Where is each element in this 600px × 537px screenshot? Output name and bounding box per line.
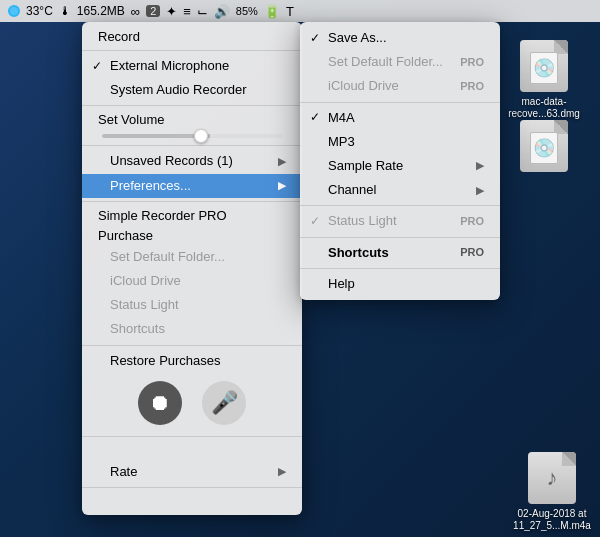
menu-item-preferences[interactable]: Preferences... ▶ (82, 174, 302, 198)
music-label: 02-Aug-2018 at 11_27_5...M.m4a (512, 508, 592, 532)
menu-separator-5 (82, 345, 302, 346)
menubar-bars-icon: ≡ (183, 4, 191, 19)
menu-item-shortcuts-main: Shortcuts (82, 317, 302, 341)
sub-menu-separator-1 (300, 102, 500, 103)
status-circle-icon (8, 5, 20, 17)
check-icon-m4a: ✓ (310, 109, 320, 126)
main-menu: Record ✓ External Microphone System Audi… (82, 22, 302, 515)
dmg-body-1: 💿 (530, 52, 558, 84)
dmg-body-2: 💿 (530, 132, 558, 164)
menu-separator-7 (82, 487, 302, 488)
volume-slider-container[interactable] (82, 130, 302, 142)
sub-menu-item-icloud-drive: iCloud Drive PRO (300, 74, 500, 98)
pro-badge-set-default-folder: PRO (460, 55, 484, 70)
menu-separator-1 (82, 50, 302, 51)
menu-item-purchase: Purchase (82, 226, 302, 245)
sub-menu-item-mp3[interactable]: MP3 (300, 130, 500, 154)
microphone-icon: 🎤 (211, 390, 238, 416)
sub-menu-item-channel[interactable]: Channel ▶ (300, 178, 500, 202)
menubar-bluetooth-icon: ✦ (166, 4, 177, 19)
arrow-icon-channel: ▶ (476, 183, 484, 198)
record-icon-button[interactable]: ⏺ (138, 381, 182, 425)
microphone-icon-button[interactable]: 🎤 (202, 381, 246, 425)
menubar-battery-icon: 🔋 (264, 4, 280, 19)
menu-separator-4 (82, 201, 302, 202)
record-icon: ⏺ (149, 390, 171, 416)
menu-bar: 33°C 🌡 165.2MB ∞ 2 ✦ ≡ ⌙ 🔊 85% 🔋 T (0, 0, 600, 22)
sub-menu-item-save-as[interactable]: ✓ Save As... (300, 26, 500, 50)
menu-item-restore-purchases[interactable]: Restore Purchases (82, 349, 302, 373)
dmg-icon-1: 💿 (520, 40, 568, 92)
menu-item-status-light-main: Status Light (82, 293, 302, 317)
menubar-temp: 33°C (26, 4, 53, 18)
menu-item-rate[interactable] (82, 440, 302, 460)
desktop-icon-dmg1[interactable]: 💿 mac-data-recove...63.dmg (504, 40, 584, 120)
sub-menu-item-shortcuts[interactable]: Shortcuts PRO (300, 241, 500, 265)
music-icon: ♪ (528, 452, 576, 504)
menubar-battery: 85% (236, 5, 258, 17)
menu-item-icloud-drive: iCloud Drive (82, 269, 302, 293)
sub-menu-separator-3 (300, 237, 500, 238)
volume-slider-track[interactable] (102, 134, 282, 138)
menu-item-unsaved-records[interactable]: Unsaved Records (1) ▶ (82, 149, 302, 173)
menubar-audio-icon: 🔊 (214, 4, 230, 19)
arrow-icon-sample-rate: ▶ (476, 158, 484, 173)
menu-item-external-mic[interactable]: ✓ External Microphone (82, 54, 302, 78)
sub-menu-preferences: ✓ Save As... Set Default Folder... PRO i… (300, 22, 500, 300)
dmg-icon-2: 💿 (520, 120, 568, 172)
menubar-t: T (286, 4, 294, 19)
sub-menu-item-m4a[interactable]: ✓ M4A (300, 106, 500, 130)
menu-item-simple-recorder-pro: Simple Recorder PRO (82, 205, 302, 226)
menu-item-set-volume: Set Volume (82, 109, 302, 130)
arrow-icon-unsaved-records: ▶ (278, 154, 286, 169)
sub-menu-item-sample-rate[interactable]: Sample Rate ▶ (300, 154, 500, 178)
menubar-loop-icon: ∞ (131, 4, 140, 19)
menubar-left: 33°C 🌡 165.2MB ∞ 2 ✦ ≡ ⌙ 🔊 85% 🔋 T (8, 4, 294, 19)
menubar-memory: 165.2MB (77, 4, 125, 18)
desktop-icon-music[interactable]: ♪ 02-Aug-2018 at 11_27_5...M.m4a (512, 452, 592, 532)
sub-menu-separator-4 (300, 268, 500, 269)
menu-item-record[interactable]: Record (82, 26, 302, 47)
sub-menu-separator-2 (300, 205, 500, 206)
music-note-icon: ♪ (547, 465, 558, 491)
sub-menu-item-status-light: ✓ Status Light PRO (300, 209, 500, 233)
desktop-icon-dmg2[interactable]: 💿 (504, 120, 584, 172)
menubar-wifi-icon: ⌙ (197, 4, 208, 19)
arrow-icon-tell-a-friend: ▶ (278, 464, 286, 479)
arrow-icon-preferences: ▶ (278, 178, 286, 193)
sub-menu-item-set-default-folder: Set Default Folder... PRO (300, 50, 500, 74)
pro-badge-status-light: PRO (460, 214, 484, 229)
menu-item-quit[interactable] (82, 491, 302, 511)
menu-separator-6 (82, 436, 302, 437)
menubar-temp-icon: 🌡 (59, 4, 71, 18)
menu-separator-3 (82, 145, 302, 146)
menu-item-set-default-folder: Set Default Folder... (82, 245, 302, 269)
check-icon-external-mic: ✓ (92, 58, 102, 75)
check-icon-status-light: ✓ (310, 213, 320, 230)
dmg1-label: mac-data-recove...63.dmg (504, 96, 584, 120)
menubar-number: 2 (146, 5, 160, 17)
menu-item-tell-a-friend[interactable]: Rate ▶ (82, 460, 302, 484)
pro-badge-icloud-drive: PRO (460, 79, 484, 94)
menu-item-system-audio[interactable]: System Audio Recorder (82, 78, 302, 102)
check-icon-save-as: ✓ (310, 30, 320, 47)
menu-separator-2 (82, 105, 302, 106)
pro-badge-shortcuts: PRO (460, 245, 484, 260)
menu-icons-row: ⏺ 🎤 (82, 373, 302, 433)
sub-menu-item-help[interactable]: Help (300, 272, 500, 296)
volume-slider-thumb[interactable] (194, 129, 208, 143)
